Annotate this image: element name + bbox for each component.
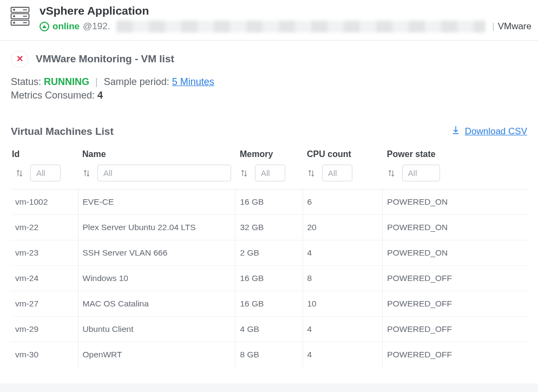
table-row[interactable]: vm-29Ubuntu Client4 GB4POWERED_OFF <box>11 317 527 342</box>
divider: | <box>492 21 494 32</box>
server-icon <box>8 4 32 30</box>
cell-cpu: 10 <box>303 291 383 317</box>
col-header-power: Power state <box>383 145 527 161</box>
panel-title: VMWare Monitoring - VM list <box>36 53 174 65</box>
table-row[interactable]: vm-22Plex Server Ubuntu 22.04 LTS32 GB20… <box>11 215 527 240</box>
col-header-id: Id <box>11 145 78 161</box>
cell-power: POWERED_OFF <box>383 266 527 291</box>
app-header: vSphere Application online @192. | VMwar… <box>0 0 538 41</box>
cell-power: POWERED_OFF <box>383 317 527 342</box>
cell-id: vm-30 <box>11 342 78 368</box>
table-row[interactable]: vm-1002EVE-CE16 GB6POWERED_ON <box>11 190 527 215</box>
status-label: Status: <box>11 76 44 87</box>
cell-memory: 16 GB <box>235 266 303 291</box>
download-csv-link[interactable]: Download CSV <box>451 125 527 138</box>
cell-power: POWERED_ON <box>383 190 527 215</box>
vm-table: Id Name Memory CPU count Power state <box>11 145 527 367</box>
cell-id: vm-22 <box>11 215 78 240</box>
cell-id: vm-29 <box>11 317 78 342</box>
cell-memory: 32 GB <box>235 215 303 240</box>
cell-power: POWERED_OFF <box>383 291 527 317</box>
status-value: RUNNING <box>44 76 89 87</box>
table-row[interactable]: vm-30OpenWRT8 GB4POWERED_OFF <box>11 342 527 368</box>
sample-period-link[interactable]: 5 Minutes <box>172 76 214 87</box>
cell-cpu: 8 <box>303 266 383 291</box>
svg-point-5 <box>14 22 15 23</box>
table-row[interactable]: vm-27MAC OS Catalina16 GB10POWERED_OFF <box>11 291 527 317</box>
cell-name: MAC OS Catalina <box>78 291 235 317</box>
cell-name: Ubuntu Client <box>78 317 235 342</box>
sort-cpu-button[interactable] <box>307 169 316 178</box>
filter-id-input[interactable] <box>30 165 61 181</box>
cell-id: vm-1002 <box>11 190 78 215</box>
filter-memory-input[interactable] <box>255 165 285 181</box>
close-button[interactable]: ✕ <box>11 50 28 68</box>
table-row[interactable]: vm-23SSH Server VLAN 6662 GB4POWERED_ON <box>11 240 527 266</box>
cell-power: POWERED_ON <box>383 240 527 266</box>
metrics-line: Metrics Consumed: 4 <box>11 90 527 101</box>
download-csv-label: Download CSV <box>465 126 527 137</box>
vendor-label: VMware <box>498 21 532 32</box>
cell-id: vm-23 <box>11 240 78 266</box>
cell-memory: 8 GB <box>235 342 303 368</box>
cell-name: OpenWRT <box>78 342 235 368</box>
svg-point-4 <box>14 16 15 17</box>
status-text: online <box>53 21 80 32</box>
status-up-icon <box>40 22 49 31</box>
redacted-info <box>116 21 485 32</box>
cell-id: vm-24 <box>11 266 78 291</box>
sort-power-button[interactable] <box>387 169 396 178</box>
cell-memory: 16 GB <box>235 291 303 317</box>
table-filter-row <box>11 161 527 190</box>
svg-point-3 <box>14 9 15 10</box>
cell-name: EVE-CE <box>78 190 235 215</box>
cell-memory: 2 GB <box>235 240 303 266</box>
cell-memory: 16 GB <box>235 190 303 215</box>
filter-name-input[interactable] <box>97 165 231 181</box>
metrics-label: Metrics Consumed: <box>11 90 97 101</box>
metrics-value: 4 <box>97 90 103 101</box>
vm-list-title: Virtual Machines List <box>11 126 114 138</box>
sample-period-label: Sample period: <box>104 76 172 87</box>
download-icon <box>451 125 461 138</box>
cell-power: POWERED_OFF <box>383 342 527 368</box>
cell-power: POWERED_ON <box>383 215 527 240</box>
sort-name-button[interactable] <box>82 169 91 178</box>
col-header-cpu: CPU count <box>303 145 383 161</box>
host-address: @192. <box>83 21 110 32</box>
cell-cpu: 4 <box>303 342 383 368</box>
cell-name: SSH Server VLAN 666 <box>78 240 235 266</box>
sort-memory-button[interactable] <box>240 169 248 178</box>
sort-id-button[interactable] <box>15 169 24 178</box>
cell-cpu: 20 <box>303 215 383 240</box>
status-line: Status: RUNNING | Sample period: 5 Minut… <box>11 76 527 88</box>
table-header-row: Id Name Memory CPU count Power state <box>11 145 527 161</box>
cell-id: vm-27 <box>11 291 78 317</box>
filter-cpu-input[interactable] <box>322 165 352 181</box>
col-header-name: Name <box>78 145 235 161</box>
cell-name: Windows 10 <box>78 266 235 291</box>
cell-name: Plex Server Ubuntu 22.04 LTS <box>78 215 235 240</box>
col-header-memory: Memory <box>235 145 303 161</box>
cell-memory: 4 GB <box>235 317 303 342</box>
cell-cpu: 6 <box>303 190 383 215</box>
cell-cpu: 4 <box>303 240 383 266</box>
table-row[interactable]: vm-24Windows 1016 GB8POWERED_OFF <box>11 266 527 291</box>
filter-power-input[interactable] <box>402 165 440 181</box>
app-title: vSphere Application <box>40 4 532 17</box>
cell-cpu: 4 <box>303 317 383 342</box>
